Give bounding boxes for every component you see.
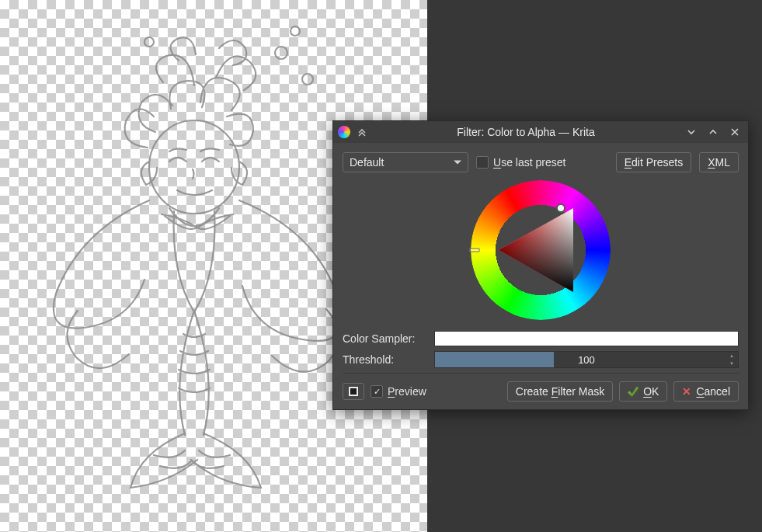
ok-check-icon bbox=[628, 386, 638, 397]
collapse-double-chevron-icon[interactable] bbox=[355, 125, 369, 139]
cancel-label: Cancel bbox=[696, 385, 730, 398]
edit-presets-label: Edit Presets bbox=[625, 156, 683, 169]
xml-button[interactable]: XML bbox=[699, 152, 739, 172]
create-filter-mask-button[interactable]: Create Filter Mask bbox=[507, 381, 613, 402]
keep-above-chevron-up-icon[interactable] bbox=[705, 123, 722, 141]
dialog-titlebar[interactable]: Filter: Color to Alpha — Krita bbox=[333, 121, 748, 143]
threshold-label: Threshold: bbox=[343, 353, 428, 366]
preset-combo-value: Default bbox=[350, 156, 384, 169]
create-filter-mask-label: Create Filter Mask bbox=[516, 385, 604, 398]
svg-point-1 bbox=[275, 47, 287, 59]
preview-label: Preview bbox=[388, 385, 426, 398]
dialog-title: Filter: Color to Alpha — Krita bbox=[374, 126, 678, 138]
spin-up-icon[interactable]: ▲ bbox=[726, 352, 737, 360]
preset-row: Default Use last preset Edit Presets XML bbox=[343, 152, 739, 172]
shade-chevron-down-icon[interactable] bbox=[683, 123, 700, 141]
preview-checkbox[interactable]: Preview bbox=[371, 385, 426, 398]
edit-presets-button[interactable]: Edit Presets bbox=[616, 152, 691, 172]
svg-marker-6 bbox=[499, 208, 573, 292]
svg-point-4 bbox=[144, 37, 154, 47]
preset-combo[interactable]: Default bbox=[343, 152, 468, 172]
threshold-row: Threshold: 100 ▲ ▼ bbox=[343, 351, 739, 368]
dialog-body: Default Use last preset Edit Presets XML bbox=[333, 143, 748, 409]
color-selector[interactable] bbox=[343, 180, 739, 320]
close-icon[interactable] bbox=[726, 123, 743, 141]
spin-down-icon[interactable]: ▼ bbox=[726, 360, 737, 367]
sv-triangle[interactable] bbox=[496, 205, 586, 295]
preview-region-button[interactable] bbox=[343, 383, 364, 400]
xml-label: XML bbox=[708, 156, 730, 169]
dialog-footer: Preview Create Filter Mask OK ✕ Cancel bbox=[343, 373, 739, 402]
color-sampler-label: Color Sampler: bbox=[343, 332, 428, 345]
color-sampler-row: Color Sampler: bbox=[343, 331, 739, 346]
cancel-x-icon: ✕ bbox=[682, 386, 691, 397]
use-last-preset-checkbox[interactable]: Use last preset bbox=[476, 156, 565, 169]
color-sampler-swatch[interactable] bbox=[434, 331, 739, 346]
threshold-value: 100 bbox=[578, 354, 595, 366]
sv-triangle-marker[interactable] bbox=[556, 203, 565, 213]
ok-label: OK bbox=[643, 385, 659, 398]
threshold-spin-buttons[interactable]: ▲ ▼ bbox=[726, 352, 737, 367]
cancel-button[interactable]: ✕ Cancel bbox=[673, 381, 739, 402]
ok-button[interactable]: OK bbox=[619, 381, 667, 402]
filter-dialog: Filter: Color to Alpha — Krita Default U… bbox=[332, 120, 749, 410]
svg-point-3 bbox=[302, 74, 313, 85]
svg-point-2 bbox=[291, 26, 300, 36]
svg-point-0 bbox=[149, 120, 239, 214]
use-last-preset-label: Use last preset bbox=[493, 156, 565, 169]
region-square-icon bbox=[349, 387, 358, 396]
krita-app-icon bbox=[338, 126, 350, 138]
checkbox-icon bbox=[371, 385, 383, 398]
checkbox-icon bbox=[476, 156, 489, 169]
threshold-slider[interactable]: 100 ▲ ▼ bbox=[434, 351, 739, 368]
hue-ring-marker[interactable] bbox=[469, 248, 480, 252]
